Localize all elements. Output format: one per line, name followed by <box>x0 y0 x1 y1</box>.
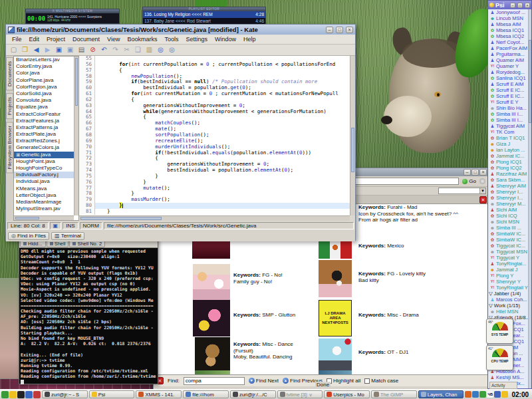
psi-titlebar[interactable]: Psi – □ × <box>488 1 531 9</box>
contact-item[interactable]: ✿Sanlina ICQ1 <box>488 75 528 81</box>
contact-item[interactable]: ✿Simba III I... <box>488 117 528 123</box>
go-button[interactable]: Go <box>461 178 477 184</box>
contact-item[interactable]: ♟PacerFox AIM <box>488 45 528 51</box>
contact-item[interactable]: ✿Tiggycat IC... <box>488 243 528 249</box>
file-item[interactable]: Equalize.java <box>14 104 74 110</box>
contact-item[interactable]: ☻Shin Bio Ha... <box>488 105 528 111</box>
file-item[interactable]: GenerateColors.ja <box>14 144 74 151</box>
file-item[interactable]: ExtractPatterns.ja <box>14 124 74 131</box>
file-item[interactable]: HoughPoint.java <box>14 158 74 165</box>
terminal-button[interactable]: ▥Terminal <box>51 232 84 240</box>
editor-horizontal-scrollbar[interactable] <box>79 215 350 221</box>
contact-item[interactable]: ✿Plong ICQ1 <box>488 159 528 165</box>
taskbar-task[interactable]: Layers, Chan <box>418 390 464 398</box>
file-item[interactable]: ExtractFeatures.ja <box>14 118 74 124</box>
taskbar-task[interactable]: Userpics - Mo <box>324 390 370 398</box>
minimize-button[interactable]: – <box>510 3 515 8</box>
contact-item[interactable]: ♟Sichi AIM <box>488 207 528 213</box>
back-icon[interactable]: ◀ <box>31 45 41 55</box>
file-item[interactable]: ExtractColorFeatur <box>14 111 74 118</box>
cut-icon[interactable]: ✂ <box>122 45 132 55</box>
redo-icon[interactable]: ↷ <box>110 45 120 55</box>
contact-item[interactable]: ♟Marcos Coh... <box>488 297 528 303</box>
file-item[interactable]: ColorRegion.java <box>14 84 74 90</box>
copy-icon[interactable]: ❑ <box>133 45 143 55</box>
file-item[interactable]: Convolute.java <box>14 97 74 104</box>
chevron-down-icon[interactable]: ▼ <box>479 188 485 194</box>
contact-item[interactable]: ✿Sichi ICQ <box>488 213 528 219</box>
contact-item[interactable]: Y!Plong Y <box>488 273 528 279</box>
psi-tray-icon[interactable] <box>501 391 508 398</box>
menu-document[interactable]: Document <box>69 36 103 43</box>
file-item[interactable]: IndividualFactory.j <box>14 172 74 178</box>
contact-item[interactable]: ✿Plong ICQ2 <box>488 165 528 171</box>
taskbar-task[interactable]: Psi <box>89 390 135 398</box>
find-input[interactable] <box>184 377 245 385</box>
file-item[interactable]: Color.java <box>14 70 74 76</box>
sidebar-tab-documents[interactable]: Documents <box>6 57 13 90</box>
code-line[interactable]: 80 } <box>79 203 350 209</box>
close-button[interactable]: × <box>479 169 487 176</box>
contact-item[interactable]: ♟Keshiji MS... <box>488 374 528 380</box>
playlist-item[interactable]: 136. Losing My Religion <<<< REM4:28 <box>143 11 265 18</box>
maximize-button[interactable]: □ <box>471 169 479 176</box>
taskbar-task[interactable]: zuri@jr:~ - S <box>42 390 88 398</box>
contact-item[interactable]: ♟Scruff E AIM <box>488 81 528 87</box>
maximize-button[interactable]: □ <box>517 3 523 8</box>
app-red-icon[interactable] <box>33 391 41 398</box>
sidebar-tab-filesystem-browser[interactable]: Filesystem Browser <box>6 122 13 173</box>
match-case-checkbox[interactable]: Match case <box>364 378 398 384</box>
paste-icon[interactable]: ▥ <box>144 45 154 55</box>
thumbnail-lj-drama-sign[interactable]: LJ DRAMA AREA NEXT4POSTS <box>319 300 352 336</box>
contact-item[interactable]: Y!TonyRingtail Y <box>488 285 528 291</box>
taskbar-task[interactable]: file:///hom <box>183 390 229 398</box>
contact-item[interactable]: ☻Lincub MSN <box>488 15 528 21</box>
zoom-icon[interactable]: ◎ <box>167 45 177 55</box>
contact-item[interactable]: ☻Sichi MSN <box>488 219 528 225</box>
file-item[interactable]: ColorPlane.java <box>14 77 74 84</box>
code-line[interactable]: 81 } <box>79 209 350 215</box>
contact-item[interactable]: Y!Quamer Y <box>488 63 528 69</box>
contact-item[interactable]: ♟Jonnywoof ... <box>488 9 528 15</box>
maximize-button[interactable]: □ <box>336 27 343 33</box>
undo-icon[interactable]: ↶ <box>99 45 109 55</box>
taskbar-task[interactable]: tvtime [3]: v <box>277 390 323 398</box>
scrollbar[interactable] <box>528 9 531 388</box>
roster-group[interactable]: ▽ Work (1/15) <box>488 303 528 309</box>
tvtime-tray-icon[interactable]: ЧБ <box>487 391 493 398</box>
contact-item[interactable]: ♟Shenryyr AIM <box>488 183 528 189</box>
contact-item[interactable]: ✿Sara Skbm... <box>488 177 528 183</box>
contact-item[interactable]: Y!Shenryyr Y <box>488 279 528 285</box>
search-box[interactable]: ▼ <box>438 188 486 194</box>
contact-item[interactable]: ✿Jammat IC... <box>488 153 528 159</box>
contact-item[interactable]: Y!Tiggycat Y <box>488 255 528 261</box>
taskbar-task[interactable]: XMMS - 141. <box>136 390 182 398</box>
contact-item[interactable]: ✿Brian T ICQ1 <box>488 135 528 141</box>
code-editor[interactable]: 5556 for(int currentPopullation = 0 ; cu… <box>79 56 350 215</box>
file-item[interactable]: ExtractPlate.java <box>14 131 74 138</box>
taskbar-task[interactable]: The GIMP <box>371 390 417 398</box>
minimize-button[interactable]: – <box>326 27 333 33</box>
close-button[interactable]: × <box>525 3 530 8</box>
print-icon[interactable]: ▤ <box>76 45 86 55</box>
roster-group[interactable]: ▽ Jabber (1/4) <box>488 291 528 297</box>
xmms-tray-icon[interactable] <box>479 391 486 398</box>
konsole-panel-icon[interactable] <box>17 391 25 398</box>
contact-item[interactable]: ✿Scruff E IC... <box>488 93 528 99</box>
thumbnail-lovely-kitty[interactable] <box>319 260 352 297</box>
close-button[interactable]: × <box>346 27 353 33</box>
menu-edit[interactable]: Edit <box>26 36 43 43</box>
mail-tray-icon[interactable] <box>465 391 471 398</box>
contact-item[interactable]: ♟Rorydedog... <box>488 69 528 75</box>
xmms-playlist-window[interactable]: PLAYLIST EDITOR 136. Losing My Religion … <box>142 7 266 25</box>
display-tray-icon[interactable] <box>494 391 501 398</box>
contact-item[interactable]: ✿Shenryyr I... <box>488 195 528 201</box>
contact-item[interactable]: Y!TK Com <box>488 129 528 135</box>
contact-item[interactable]: ✿Shenryyr I... <box>488 189 528 195</box>
contact-item[interactable]: ✿Simba III I... <box>488 111 528 117</box>
taskbar-task[interactable]: zuri@jr:/.../C <box>230 390 276 398</box>
find-in-files-button[interactable]: ◎Find in Files <box>8 232 49 240</box>
thumbnail-family-guy-no[interactable] <box>193 264 230 300</box>
save-icon[interactable]: ▣ <box>54 45 64 55</box>
xmms-main-window[interactable]: X MULTIMEDIA SYSTEM 00:00 141. Hurricane… <box>25 9 120 24</box>
